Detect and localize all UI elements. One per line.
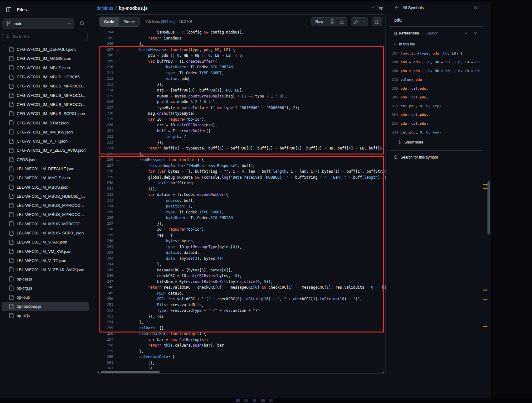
scroll-left-arrow-icon[interactable]: [98, 371, 99, 374]
code-line[interactable]: 228for (var bytes = [], buffString = "",…: [96, 169, 386, 175]
back-arrow-icon[interactable]: [392, 3, 401, 12]
file-tree-item[interactable]: LBL-WFC01_IM_DEFAULT.json: [2, 164, 89, 173]
line-number[interactable]: 254: [96, 319, 114, 325]
code-line[interactable]: 219var IO = require("bp-io"),: [96, 117, 386, 123]
reference-item[interactable]: 334cal.pdu, 0, 0, key): [389, 128, 483, 137]
code-line[interactable]: 216p = 0 == numOn % 2 ? 0 : 1,: [96, 99, 386, 105]
code-line[interactable]: 253}), res: [96, 314, 386, 320]
code-line[interactable]: 207⌄buildMessage: function(type, pdu, HB…: [96, 47, 386, 53]
code-line[interactable]: 262[]: [96, 366, 386, 369]
taskbar-app-icon[interactable]: [244, 399, 248, 402]
line-number[interactable]: 239: [96, 233, 114, 238]
breadcrumb-repo-link[interactable]: dominus: [97, 6, 113, 11]
file-tree-item[interactable]: CFG-WFC01_IM_STAR.json: [2, 118, 89, 127]
line-number[interactable]: 230: [96, 180, 114, 186]
taskbar-app-icon[interactable]: [236, 399, 240, 402]
file-tree-item[interactable]: CFG-WFC01_IM_MAGIS.json: [2, 54, 89, 63]
line-number[interactable]: 224: [96, 145, 114, 151]
close-icon[interactable]: [471, 3, 480, 12]
line-number[interactable]: 255: [96, 325, 114, 331]
code-line[interactable]: 231}));: [96, 186, 386, 192]
code-line[interactable]: 246checkCRC = IO.calcCRCBytes(bytes, !0)…: [96, 273, 386, 279]
code-line[interactable]: 238IO = require("bp-io"),: [96, 227, 386, 233]
scroll-to-top-button[interactable]: Top: [371, 6, 383, 10]
code-line[interactable]: 257var bar = new CalBar(opts);: [96, 337, 386, 343]
line-number[interactable]: 256: [96, 331, 114, 337]
file-tree-item[interactable]: bp-cat.js: [2, 274, 89, 283]
line-number[interactable]: 206: [96, 41, 114, 47]
code-line[interactable]: 229global.debugTxRxData && (console.log(…: [96, 175, 386, 181]
line-number[interactable]: 204: [96, 29, 114, 35]
code-line[interactable]: 218msg.unshift(typeByte);: [96, 111, 386, 117]
reference-item[interactable]: 305pdu: cal.pdu,: [389, 93, 483, 102]
code-line[interactable]: 225},: [96, 151, 386, 157]
tab-code[interactable]: Code: [100, 17, 119, 26]
line-number[interactable]: 227: [96, 163, 114, 169]
line-number[interactable]: 211: [96, 70, 114, 76]
reference-item[interactable]: 207function(type, pdu, HB, LB) {: [389, 49, 483, 58]
code-line[interactable]: 215numOn = Bytes.countBytesOnBits(msg) +…: [96, 93, 386, 99]
file-tree-item[interactable]: CFG-WFC01_IM_VM_KW.json: [2, 128, 89, 137]
horizontal-scrollbar[interactable]: [97, 370, 385, 374]
code-line[interactable]: 209var buffPDU = Ti.createBuffer({: [96, 59, 386, 65]
tab-search-references[interactable]: Search: [427, 31, 439, 35]
taskbar-app-icon[interactable]: [261, 399, 265, 402]
line-number[interactable]: 257: [96, 337, 114, 343]
file-tree-item[interactable]: LBL-WFC01_IM_V_ZEUS_AVIO.json: [2, 265, 89, 274]
line-number[interactable]: 245: [96, 267, 114, 273]
edit-pencil-icon[interactable]: [351, 17, 361, 26]
symbols-panel-toggle-icon[interactable]: [372, 17, 382, 26]
file-tree-item[interactable]: bp-ui.js: [2, 311, 89, 320]
horizontal-scrollbar-thumb[interactable]: [101, 371, 160, 374]
code-line[interactable]: 213}),: [96, 82, 386, 88]
code-line[interactable]: 206},: [96, 41, 386, 47]
code-line[interactable]: 208pdu = pdu || 0, HB = HB || 0, LB = LB…: [96, 53, 386, 59]
code-line[interactable]: 232var dataId = Ti.Codec.decodeNumber({: [96, 192, 386, 198]
code-line[interactable]: 205return isModBus: [96, 35, 386, 41]
edit-dropdown-caret-icon[interactable]: [361, 17, 368, 26]
branch-selector[interactable]: main: [3, 18, 74, 29]
file-tree-item[interactable]: LBL-WFC01_IM_MBUS_MPROCO...: [2, 219, 89, 228]
code-area[interactable]: 204isModBus = !!(config && config.modbus…: [96, 29, 386, 369]
vertical-scrollbar[interactable]: [483, 2, 491, 398]
file-tree-item[interactable]: LBL-WFC01_IM_VM_KW.json: [2, 247, 89, 256]
line-number[interactable]: 249: [96, 290, 114, 296]
search-for-symbol-button[interactable]: Search for this symbol: [389, 150, 483, 164]
code-line[interactable]: 261[],: [96, 360, 386, 366]
line-number[interactable]: 243: [96, 256, 114, 262]
taskbar-app-icon[interactable]: [253, 399, 256, 402]
code-line[interactable]: 256createCalBar: function(opts) {: [96, 331, 386, 337]
code-line[interactable]: 245messageCRC = [bytes[5], bytes[6]],: [96, 267, 386, 273]
line-number[interactable]: 258: [96, 343, 114, 348]
line-number[interactable]: 226: [96, 157, 114, 163]
code-line[interactable]: 248return res.validCRC = checkCRC[0] == …: [96, 285, 386, 290]
reference-item[interactable]: 212value: pdu: [389, 75, 483, 84]
file-tree-item[interactable]: CFG-WFC01_IM_MBUS.json: [2, 63, 89, 72]
line-number[interactable]: 253: [96, 314, 114, 320]
code-line[interactable]: 241type: IO.getMessageType(bytes[0]),: [96, 244, 386, 250]
line-number[interactable]: 250: [96, 296, 114, 302]
file-tree-item[interactable]: bp-cfg.js: [2, 284, 89, 293]
file-tree-item[interactable]: CFG-WFC01_IM_MBUS_SCP01.json: [2, 109, 89, 118]
code-line[interactable]: 220crc = IO.calcCRCBytes(msg),: [96, 122, 386, 128]
code-line[interactable]: 249PDU: dataId,: [96, 290, 386, 296]
reference-item[interactable]: 208pdu = pdu || 0, HB = HB || 0, LB = LB…: [389, 66, 483, 75]
scroll-right-arrow-icon[interactable]: [383, 371, 384, 374]
line-number[interactable]: 241: [96, 244, 114, 250]
file-tree-item[interactable]: LBL-WFC01_IM_MBUS.json: [2, 182, 89, 191]
code-line[interactable]: 234position: 1,: [96, 203, 386, 209]
code-line[interactable]: 254},: [96, 319, 386, 325]
line-number[interactable]: 219: [96, 117, 114, 123]
line-number[interactable]: 242: [96, 250, 114, 256]
reference-item[interactable]: 324pdu: cal.pdu,: [389, 119, 483, 128]
file-tree-item[interactable]: CFG-WFC01_IM_DEFAULT.json: [2, 45, 89, 54]
code-line[interactable]: 226⌄readMessage: function(buff) {: [96, 157, 386, 163]
line-number[interactable]: 238: [96, 227, 114, 233]
line-number[interactable]: 229: [96, 175, 114, 181]
file-tree-item[interactable]: LBL-WFC01_IM_STAR.json: [2, 238, 89, 247]
file-tree-item[interactable]: CFG-WFC01_IM_MBUS_HDBC65_...: [2, 72, 89, 81]
line-number[interactable]: 207: [96, 47, 114, 53]
go-to-file-input[interactable]: [13, 34, 84, 39]
vertical-scrollbar-thumb[interactable]: [487, 181, 490, 234]
line-number[interactable]: 214: [96, 87, 114, 93]
